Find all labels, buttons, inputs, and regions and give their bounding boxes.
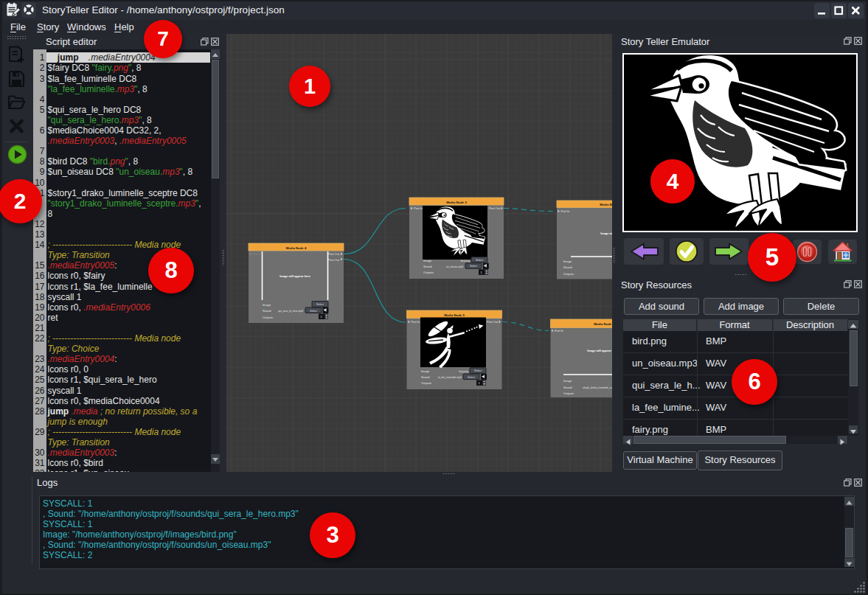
svg-text:Port In: Port In — [412, 320, 420, 324]
svg-text:Sound: Sound — [563, 386, 572, 389]
svg-text:Media Node 3: Media Node 3 — [600, 203, 612, 206]
svg-text:Media Node 6: Media Node 6 — [594, 322, 612, 326]
svg-text:Sound: Sound — [563, 265, 572, 269]
svg-text:Outputs: Outputs — [563, 272, 574, 276]
svg-text:1: 1 — [481, 271, 482, 274]
svg-text:Image will appear here: Image will appear here — [280, 274, 311, 278]
svg-text:un_oiseau.mp3: un_oiseau.mp3 — [446, 265, 463, 268]
svg-text:Select: Select — [316, 303, 324, 306]
svg-text:Port Out: Port Out — [489, 206, 501, 210]
svg-text:Sound: Sound — [421, 375, 430, 379]
svg-text:Sound: Sound — [263, 309, 271, 313]
svg-text:Port Out: Port Out — [328, 258, 340, 262]
svg-text:Outputs: Outputs — [423, 271, 434, 274]
svg-text:Port In: Port In — [253, 252, 262, 256]
svg-text:Image: Image — [263, 303, 271, 307]
svg-text:1: 1 — [479, 382, 480, 385]
svg-text:Select: Select — [468, 376, 475, 379]
svg-text:Port In: Port In — [561, 209, 570, 213]
svg-text:bird.png: bird.png — [461, 260, 470, 262]
svg-text:story1_drako_luminelle_sceptre: story1_drako_luminelle_sceptre.m — [583, 386, 612, 389]
svg-text:Image: Image — [563, 379, 572, 383]
svg-text:Media Node 2: Media Node 2 — [446, 201, 467, 204]
svg-text:Image: Image — [563, 260, 572, 263]
svg-text:Select: Select — [476, 259, 483, 262]
svg-text:Image: Image — [421, 369, 430, 373]
svg-text:qui_sera_le_hero.mp3: qui_sera_le_hero.mp3 — [278, 310, 303, 313]
svg-text:Port In: Port In — [555, 329, 563, 333]
svg-text:la_fee_luminelle.mp3: la_fee_luminelle.mp3 — [438, 376, 462, 379]
svg-text:Port In: Port In — [414, 206, 423, 210]
svg-text:Outputs: Outputs — [421, 381, 431, 385]
svg-text:Outputs: Outputs — [263, 316, 273, 319]
svg-text:Port Out: Port Out — [487, 320, 499, 324]
svg-text:Media Node 5: Media Node 5 — [444, 313, 465, 317]
svg-text:Outputs: Outputs — [563, 392, 574, 395]
svg-text:Port Out: Port Out — [328, 252, 340, 256]
svg-text:Select: Select — [470, 265, 477, 268]
svg-text:Select: Select — [474, 369, 482, 372]
svg-text:Image: Image — [423, 259, 432, 262]
svg-text:Select: Select — [310, 310, 317, 313]
svg-text:2: 2 — [321, 316, 322, 319]
svg-text:Sound: Sound — [423, 265, 432, 268]
svg-text:fairy.png: fairy.png — [459, 370, 468, 373]
svg-text:Media Node 4: Media Node 4 — [286, 246, 307, 250]
svg-text:Image will appear here: Image will appear here — [600, 232, 612, 235]
svg-text:Image will appear here: Image will appear here — [587, 349, 612, 352]
